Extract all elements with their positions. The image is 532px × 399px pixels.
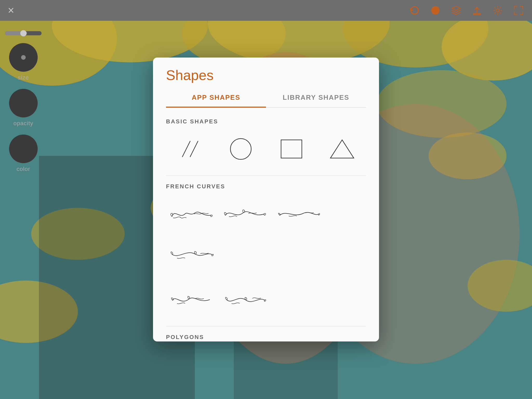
- polygons-label: POLYGONS: [166, 334, 366, 341]
- section-divider-2: [166, 326, 366, 327]
- svg-marker-24: [330, 140, 354, 158]
- shape-circle[interactable]: [217, 130, 265, 168]
- shape-french-curve-6[interactable]: [219, 281, 270, 318]
- section-divider-1: [166, 176, 366, 176]
- svg-point-18: [433, 8, 437, 12]
- basic-shapes-grid: [166, 130, 366, 168]
- modal-header: Shapes APP SHAPES LIBRARY SHAPES: [153, 58, 379, 108]
- svg-line-21: [190, 141, 198, 157]
- layers-button[interactable]: [450, 5, 462, 16]
- modal-tabs: APP SHAPES LIBRARY SHAPES: [166, 88, 366, 108]
- opacity-circle[interactable]: [9, 89, 38, 117]
- size-label: size: [18, 74, 29, 81]
- color-circle[interactable]: [9, 135, 38, 163]
- upload-button[interactable]: [471, 5, 483, 16]
- toolbar-right: [409, 5, 524, 16]
- fullscreen-button[interactable]: [513, 5, 524, 16]
- undo-button[interactable]: [409, 5, 420, 16]
- brush-preview: [9, 43, 38, 72]
- brush-dot: [21, 55, 26, 60]
- shape-square[interactable]: [267, 130, 315, 168]
- shape-triangle[interactable]: [318, 130, 366, 168]
- opacity-label: opacity: [14, 120, 34, 127]
- sidebar: size opacity color: [0, 21, 47, 399]
- color-label: color: [17, 166, 30, 172]
- settings-button[interactable]: [492, 5, 503, 16]
- basic-shapes-label: BASIC SHAPES: [166, 118, 366, 125]
- shape-french-curve-1[interactable]: [166, 195, 217, 233]
- svg-point-19: [496, 9, 499, 12]
- toolbar: ×: [0, 0, 532, 21]
- shape-french-curve-5[interactable]: [166, 281, 217, 318]
- close-button[interactable]: ×: [8, 4, 14, 17]
- shape-french-curve-4[interactable]: [166, 235, 217, 273]
- brush-button[interactable]: [430, 5, 441, 16]
- french-curves-grid-2: [166, 281, 366, 318]
- brush-size-slider[interactable]: [5, 31, 42, 35]
- svg-point-22: [230, 138, 251, 159]
- svg-rect-23: [281, 140, 302, 158]
- modal-title: Shapes: [166, 67, 366, 83]
- shapes-modal: Shapes APP SHAPES LIBRARY SHAPES BASIC S…: [153, 58, 379, 342]
- shape-french-curve-3[interactable]: [272, 195, 323, 233]
- toolbar-left: ×: [8, 4, 14, 17]
- svg-line-20: [182, 141, 190, 157]
- french-curves-label: FRENCH CURVES: [166, 183, 366, 190]
- tab-library-shapes[interactable]: LIBRARY SHAPES: [266, 88, 366, 108]
- french-curves-grid: [166, 195, 366, 273]
- tab-app-shapes[interactable]: APP SHAPES: [166, 88, 266, 108]
- shape-lines[interactable]: [166, 130, 214, 168]
- shape-french-curve-2[interactable]: [219, 195, 270, 233]
- modal-body: BASIC SHAPES: [153, 108, 379, 342]
